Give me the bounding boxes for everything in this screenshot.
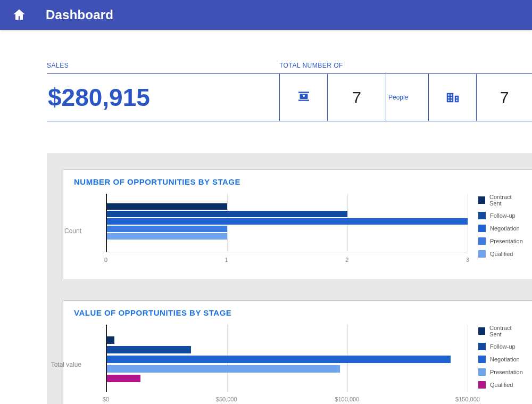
people-icon [296,88,312,106]
people-icon-cell [279,74,327,121]
legend-label: Contract Sent [489,325,523,337]
bar-presentation [107,365,340,373]
bar-negotiation [107,356,451,363]
page-title: Dashboard [46,7,113,22]
x-tick: 0 [104,257,107,263]
x-tick: $0 [103,396,109,402]
bar-follow-up [107,346,191,353]
legend-label: Qualified [490,382,513,388]
x-tick: 2 [345,257,348,263]
legend-swatch [478,196,485,204]
bar-negotiation [107,218,468,225]
legend-item: Follow-up [478,212,523,219]
legend-item: Contract Sent [478,325,523,337]
people-count: 7 [327,74,386,121]
app-header: Dashboard [0,0,532,30]
legend-swatch [478,381,486,389]
companies-icon-cell [428,74,476,121]
legend-label: Follow-up [490,212,516,219]
legend-swatch [478,225,486,232]
chart-title: NUMBER OF OPPORTUNITIES BY STAGE [74,177,521,186]
legend-label: Qualified [490,251,513,257]
x-tick: $50,000 [216,396,237,402]
legend-swatch [478,327,485,335]
legend-label: Contract Sent [489,194,523,207]
legend-item: Qualified [478,250,523,258]
bar-contract-sent [107,203,227,210]
legend-item: Presentation [478,368,523,376]
legend-label: Negotiation [490,356,520,362]
chart2-plot: Total value $0$50,000$100,000$150,000 [74,325,468,404]
chart1-legend: Contract SentFollow-upNegotiationPresent… [478,194,523,268]
legend-item: Contract Sent [478,194,523,207]
x-tick: $100,000 [335,396,359,402]
legend-item: Qualified [478,381,523,389]
x-tick: 3 [466,257,469,263]
legend-swatch [478,250,486,258]
bar-qualified [107,375,140,382]
sales-value: $280,915 [47,83,150,112]
legend-item: Presentation [478,237,523,245]
sales-label: SALES [47,62,279,69]
legend-label: Follow-up [490,343,516,350]
legend-label: Presentation [490,369,523,375]
building-icon [445,88,461,106]
legend-swatch [478,343,486,350]
chart2-ylabel: Total value [44,361,81,368]
charts-section: NUMBER OF OPPORTUNITIES BY STAGE Count 0… [47,153,532,404]
total-number-of-label: TOTAL NUMBER OF [279,62,343,69]
legend-swatch [478,368,486,376]
chart-opportunities-by-stage: NUMBER OF OPPORTUNITIES BY STAGE Count 0… [63,169,532,279]
kpi-row: $280,915 7 People 7 [47,73,532,121]
legend-label: Presentation [490,238,523,244]
kpi-sales-cell: $280,915 [47,74,279,121]
legend-swatch [478,212,486,219]
bar-follow-up [107,211,347,217]
x-tick: 1 [225,257,228,263]
x-tick: $150,000 [455,396,480,402]
legend-item: Follow-up [478,343,523,350]
people-label: People [386,74,428,121]
legend-item: Negotiation [478,225,523,232]
legend-swatch [478,237,486,245]
chart1-plot: Count 0123 [74,194,468,268]
legend-swatch [478,356,486,363]
legend-label: Negotiation [490,225,520,232]
bar-qualified [107,233,227,240]
chart2-title: VALUE OF OPPORTUNITIES BY STAGE [74,308,521,317]
chart1-ylabel: Count [44,227,81,235]
legend-item: Negotiation [478,356,523,363]
chart-value-by-stage: VALUE OF OPPORTUNITIES BY STAGE Total va… [63,300,532,404]
chart2-legend: Contract SentFollow-upNegotiationPresent… [478,325,523,404]
home-icon[interactable] [12,7,27,22]
bar-contract-sent [107,336,114,344]
bar-presentation [107,226,227,232]
companies-count: 7 [476,74,532,121]
kpi-section: SALES TOTAL NUMBER OF $280,915 7 People … [0,30,532,121]
